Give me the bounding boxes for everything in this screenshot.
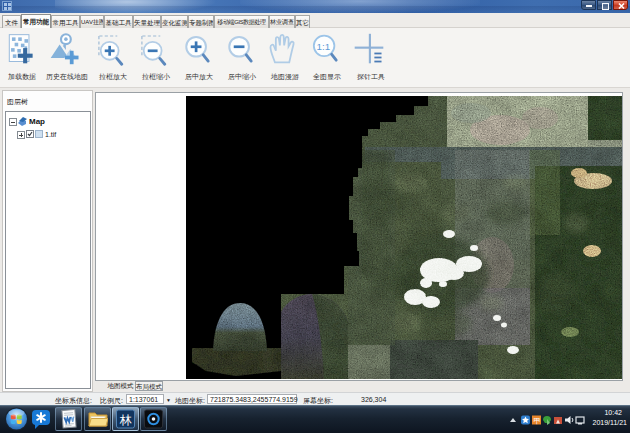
svg-text:林: 林	[120, 413, 133, 427]
svg-text:1:1: 1:1	[317, 41, 331, 52]
svg-text:甲: 甲	[534, 417, 541, 425]
